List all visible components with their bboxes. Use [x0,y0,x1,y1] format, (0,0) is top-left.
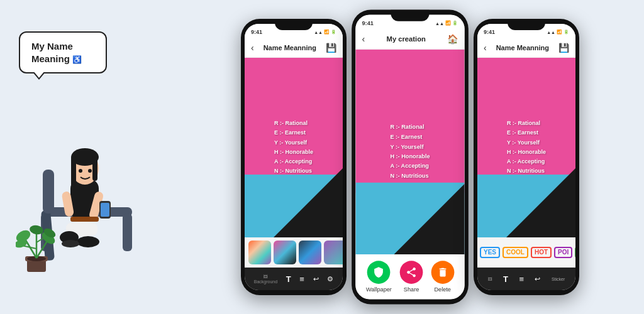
phone-2-notch [391,9,429,21]
toolbar-undo-btn[interactable]: ↩ [313,275,319,283]
phone-2: 9:41 ▲▲📶🔋 ‹ My creation 🏠 R :- Rational … [352,9,469,304]
svg-rect-2 [123,214,132,251]
phone-1-notch [275,19,313,30]
sticker-omg[interactable]: OMG [575,247,575,258]
phone-3-back-button[interactable]: ‹ [484,43,487,53]
phone-2-header: ‹ My creation 🏠 [355,29,464,50]
phone-3: 9:41 ▲▲📶🔋 ‹ Name Meanning 💾 R :- Rationa… [474,19,579,295]
toolbar-settings-btn[interactable]: ⚙ [327,275,333,283]
phone-2-title: My creation [387,35,426,43]
phone-2-screen: 9:41 ▲▲📶🔋 ‹ My creation 🏠 R :- Rational … [355,15,464,300]
toolbar-text-btn[interactable]: T [286,274,291,284]
person-illustration [25,82,151,270]
phone-2-time: 9:41 [362,20,374,26]
delete-action-btn[interactable]: Delete [431,261,454,293]
phone-3-time: 9:41 [484,29,495,35]
phone3-text-btn[interactable]: T [503,274,508,284]
svg-rect-20 [70,217,99,222]
phone-3-header: ‹ Name Meanning 💾 [477,38,575,58]
phones-section: 9:41 ▲▲📶🔋 ‹ Name Meanning 💾 R :- Rationa… [176,0,644,314]
phone-2-signals: ▲▲📶🔋 [435,21,458,26]
phone-1-header: ‹ Name Meanning 💾 [245,38,343,58]
plant-decoration [16,217,57,276]
phone-1-image: R :- Rational E :- Earnest Y :- Yourself… [245,58,343,237]
svg-point-18 [88,169,92,173]
share-action-btn[interactable]: Share [400,261,423,293]
phone3-sticker-btn[interactable]: Sticker [552,277,565,281]
phone-2-home-icon[interactable]: 🏠 [447,34,458,44]
phone-2-action-bar: Wallpaper Share Delete [355,254,464,299]
svg-rect-15 [71,156,76,187]
wheelchair-icon: ♿ [72,55,82,64]
phone-2-name-text: R :- Rational E :- Earnest Y :- Yourself… [390,122,430,181]
wallpaper-thumb-2[interactable] [274,241,296,264]
sticker-poi[interactable]: POI [554,247,572,258]
phone-1: 9:41 ▲▲📶🔋 ‹ Name Meanning 💾 R :- Rationa… [241,19,347,295]
sticker-hot[interactable]: HOT [531,247,552,258]
wallpaper-action-btn[interactable]: Wallpaper [366,261,392,293]
phone-3-screen: 9:41 ▲▲📶🔋 ‹ Name Meanning 💾 R :- Rationa… [477,24,575,290]
svg-rect-12 [101,203,109,217]
left-illustration: My NameMeaning ♿ [0,0,176,314]
speech-bubble: My NameMeaning ♿ [19,31,107,73]
phone-1-signals: ▲▲📶🔋 [314,30,336,35]
wallpaper-circle [367,261,391,284]
delete-label: Delete [434,286,451,293]
phone-3-image: R :- Rational E :- Earnest Y :- Yourself… [477,58,575,237]
phone-3-save-icon[interactable]: 💾 [558,43,569,53]
phone-1-name-text: R :- Rational E :- Earnest Y :- Yourself… [274,119,313,176]
phone-3-signals: ▲▲📶🔋 [547,30,569,35]
phone-1-screen: 9:41 ▲▲📶🔋 ‹ Name Meanning 💾 R :- Rationa… [245,24,343,290]
svg-point-31 [29,224,44,236]
phone3-align-btn[interactable]: ≡ [519,274,524,284]
toolbar-background-btn[interactable]: 🖼Background [254,274,277,284]
wallpaper-thumb-4[interactable] [324,241,343,264]
phone3-bg-btn[interactable]: 🖼 [488,277,492,281]
toolbar-align-btn[interactable]: ≡ [299,274,304,284]
svg-rect-4 [43,170,54,214]
wallpaper-thumb-3[interactable] [299,241,321,264]
phone-3-sticker-strip: YES COOL HOT POI OMG [477,237,575,268]
phone-3-name-text: R :- Rational E :- Earnest Y :- Yourself… [507,119,546,176]
phone-3-title: Name Meanning [496,44,549,51]
phone-3-notch [508,19,545,30]
phone3-undo-btn[interactable]: ↩ [535,275,540,283]
share-label: Share [404,286,419,293]
phone-1-title: Name Meanning [264,44,316,51]
phone-1-save-icon[interactable]: 💾 [326,43,336,53]
svg-line-27 [36,241,47,258]
phone-1-back-button[interactable]: ‹ [251,43,254,53]
svg-point-21 [62,240,79,247]
svg-point-17 [79,169,82,173]
speech-bubble-text: My NameMeaning ♿ [31,40,94,65]
phone-3-toolbar: 🖼 T ≡ ↩ Sticker [477,268,575,290]
svg-point-8 [77,236,99,247]
wallpaper-label: Wallpaper [366,286,392,293]
phone-2-back-button[interactable]: ‹ [362,34,365,44]
phone-1-wallpaper-strip [245,237,343,268]
sticker-yes[interactable]: YES [480,247,500,258]
sticker-cool[interactable]: COOL [502,247,528,258]
phone-1-time: 9:41 [251,29,262,35]
delete-circle [431,261,454,284]
phone-2-image: R :- Rational E :- Earnest Y :- Yourself… [355,50,464,254]
phone-1-toolbar: 🖼Background T ≡ ↩ ⚙ [245,268,343,290]
wallpaper-thumb-1[interactable] [248,241,271,264]
share-circle [400,261,423,284]
svg-rect-16 [92,156,97,181]
